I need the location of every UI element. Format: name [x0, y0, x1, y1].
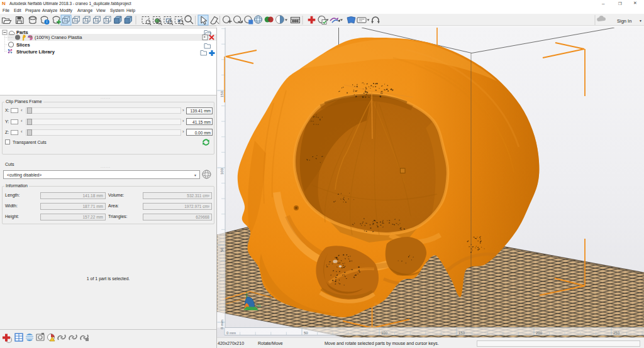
svg-text:150: 150	[458, 331, 465, 335]
svg-text:50: 50	[304, 331, 308, 335]
svg-text:0 mm: 0 mm	[220, 320, 224, 329]
svg-text:0 mm: 0 mm	[226, 331, 236, 335]
svg-text:200: 200	[536, 331, 543, 335]
svg-text:150: 150	[220, 90, 224, 97]
svg-text:250: 250	[613, 331, 620, 335]
svg-text:50: 50	[220, 247, 224, 252]
svg-text:100: 100	[220, 168, 224, 175]
svg-text:100: 100	[381, 331, 388, 335]
svg-text:i: i	[47, 19, 47, 24]
